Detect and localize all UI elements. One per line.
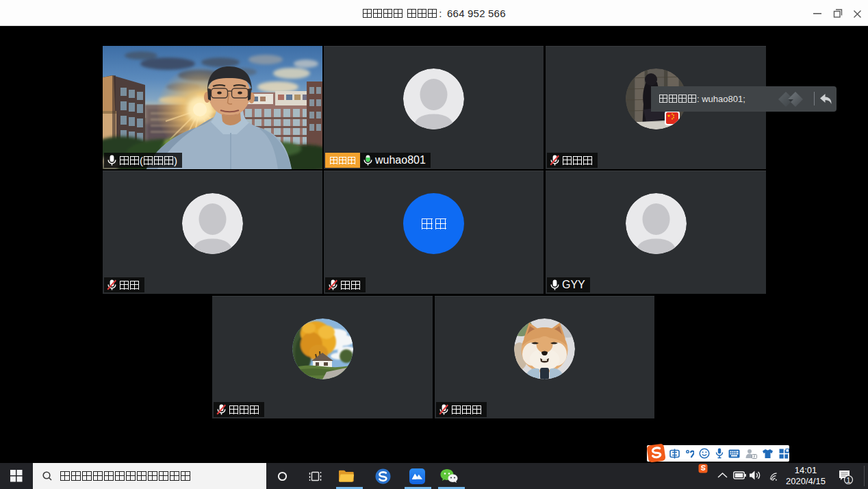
svg-text:1: 1 — [847, 476, 851, 484]
